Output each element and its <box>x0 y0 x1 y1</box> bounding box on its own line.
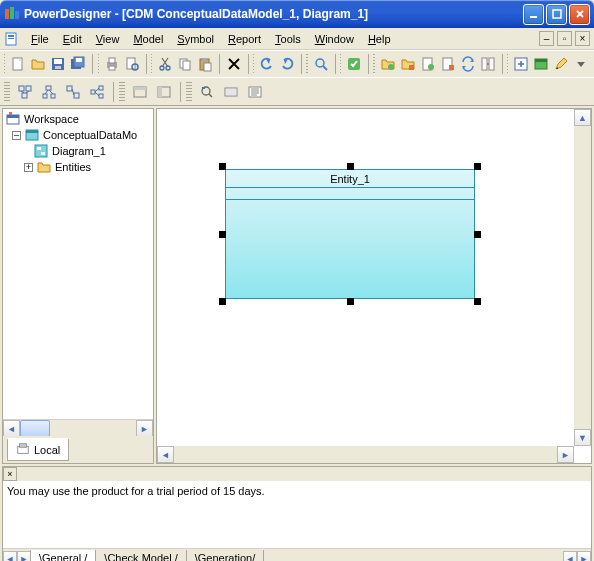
resize-handle-s[interactable] <box>347 298 354 305</box>
output-scroll-left[interactable]: ◄ <box>563 551 577 562</box>
scroll-track[interactable] <box>574 126 591 429</box>
resize-handle-se[interactable] <box>474 298 481 305</box>
collapse-toggle[interactable]: – <box>12 131 21 140</box>
layout-tool-2[interactable] <box>38 81 60 103</box>
tab-scroll-right[interactable]: ► <box>17 551 31 562</box>
cut-button[interactable] <box>156 53 174 75</box>
menu-window[interactable]: Window <box>308 31 361 47</box>
redo-button[interactable] <box>278 53 296 75</box>
toolbar-grip[interactable] <box>151 54 152 74</box>
mdi-close-button[interactable]: × <box>575 31 590 46</box>
menu-view[interactable]: View <box>89 31 127 47</box>
menu-file[interactable]: File <box>24 31 56 47</box>
menu-tools[interactable]: Tools <box>268 31 308 47</box>
canvas-hscroll[interactable]: ◄ ► <box>157 446 574 463</box>
toolbar-grip[interactable] <box>119 82 125 102</box>
close-button[interactable] <box>569 4 590 25</box>
tool-sync-button[interactable] <box>459 53 477 75</box>
find-button[interactable] <box>312 53 330 75</box>
properties-button[interactable] <box>345 53 363 75</box>
scroll-thumb[interactable] <box>20 420 50 437</box>
expand-toggle[interactable]: + <box>24 163 33 172</box>
tool-doc2-button[interactable] <box>439 53 457 75</box>
tab-generation[interactable]: \Generation/ <box>186 550 265 561</box>
display-tool-1[interactable] <box>129 81 151 103</box>
layout-tool-1[interactable] <box>14 81 36 103</box>
entity-symbol[interactable]: Entity_1 <box>219 163 481 305</box>
print-preview-button[interactable] <box>123 53 141 75</box>
more-tool-button[interactable] <box>572 53 590 75</box>
scroll-left-button[interactable]: ◄ <box>157 446 174 463</box>
scroll-right-button[interactable]: ► <box>557 446 574 463</box>
print-button[interactable] <box>103 53 121 75</box>
resize-handle-w[interactable] <box>219 231 226 238</box>
output-scroll-right[interactable]: ► <box>577 551 591 562</box>
scroll-track[interactable] <box>50 420 136 436</box>
entity-tool-button[interactable] <box>532 53 550 75</box>
tool-doc-button[interactable] <box>419 53 437 75</box>
edit-tool-button[interactable] <box>552 53 570 75</box>
toolbar-grip[interactable] <box>98 54 99 74</box>
maximize-button[interactable] <box>546 4 567 25</box>
view-tool-3[interactable] <box>244 81 266 103</box>
menu-help[interactable]: Help <box>361 31 398 47</box>
canvas-vscroll[interactable]: ▲ ▼ <box>574 109 591 446</box>
mdi-restore-button[interactable]: ▫ <box>557 31 572 46</box>
object-tree[interactable]: Workspace – ConceptualDataMo Diagram_1 +… <box>3 109 153 419</box>
minimize-button[interactable] <box>523 4 544 25</box>
toolbar-grip[interactable] <box>507 54 508 74</box>
resize-handle-sw[interactable] <box>219 298 226 305</box>
tool-folder-button[interactable] <box>379 53 397 75</box>
output-close-button[interactable]: × <box>3 467 17 481</box>
copy-button[interactable] <box>176 53 194 75</box>
menu-model[interactable]: Model <box>126 31 170 47</box>
tab-local[interactable]: Local <box>7 438 69 461</box>
open-button[interactable] <box>29 53 47 75</box>
tree-root[interactable]: Workspace <box>5 111 151 127</box>
new-diagram-button[interactable] <box>512 53 530 75</box>
resize-handle-e[interactable] <box>474 231 481 238</box>
paste-button[interactable] <box>196 53 214 75</box>
save-all-button[interactable] <box>69 53 87 75</box>
tab-scroll-left[interactable]: ◄ <box>3 551 17 562</box>
toolbar-grip[interactable] <box>4 82 10 102</box>
toolbar-grip[interactable] <box>306 54 307 74</box>
diagram-canvas[interactable]: Entity_1 ▲ ▼ ◄ ► <box>156 108 592 464</box>
tool-folder2-button[interactable] <box>399 53 417 75</box>
toolbar-grip[interactable] <box>253 54 254 74</box>
toolbar-grip[interactable] <box>373 54 374 74</box>
sidebar-hscroll[interactable]: ◄ ► <box>3 419 153 436</box>
undo-button[interactable] <box>258 53 276 75</box>
resize-handle-ne[interactable] <box>474 163 481 170</box>
scroll-track[interactable] <box>174 446 557 463</box>
view-tool-2[interactable] <box>220 81 242 103</box>
layout-tool-4[interactable] <box>86 81 108 103</box>
svg-rect-25 <box>202 58 207 61</box>
tree-model[interactable]: – ConceptualDataMo <box>5 127 151 143</box>
new-button[interactable] <box>9 53 27 75</box>
resize-handle-nw[interactable] <box>219 163 226 170</box>
scroll-down-button[interactable]: ▼ <box>574 429 591 446</box>
save-button[interactable] <box>49 53 67 75</box>
delete-button[interactable] <box>225 53 243 75</box>
toolbar-grip[interactable] <box>340 54 341 74</box>
menu-symbol[interactable]: Symbol <box>170 31 221 47</box>
tab-general[interactable]: \General / <box>30 550 96 561</box>
layout-tool-3[interactable] <box>62 81 84 103</box>
scroll-left-button[interactable]: ◄ <box>3 420 20 437</box>
toolbar-grip[interactable] <box>4 54 5 74</box>
resize-handle-n[interactable] <box>347 163 354 170</box>
menu-report[interactable]: Report <box>221 31 268 47</box>
scroll-up-button[interactable]: ▲ <box>574 109 591 126</box>
tab-check-model[interactable]: \Check Model / <box>95 550 186 561</box>
display-tool-2[interactable] <box>153 81 175 103</box>
app-icon <box>4 6 20 22</box>
tree-entities[interactable]: + Entities <box>5 159 151 175</box>
tool-compare-button[interactable] <box>479 53 497 75</box>
mdi-minimize-button[interactable]: – <box>539 31 554 46</box>
toolbar-grip[interactable] <box>186 82 192 102</box>
scroll-right-button[interactable]: ► <box>136 420 153 437</box>
view-tool-1[interactable] <box>196 81 218 103</box>
menu-edit[interactable]: Edit <box>56 31 89 47</box>
tree-diagram[interactable]: Diagram_1 <box>5 143 151 159</box>
